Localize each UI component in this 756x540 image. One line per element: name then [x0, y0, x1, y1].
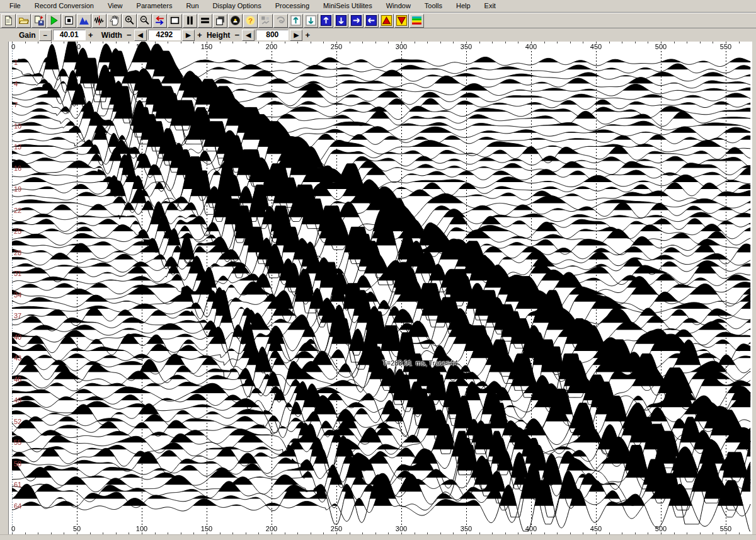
run-icon — [49, 15, 59, 26]
menu-exit[interactable]: Exit — [478, 1, 503, 11]
width-increase-button[interactable]: + — [196, 30, 203, 41]
swap-direction-button[interactable] — [152, 14, 167, 28]
zoom-out-icon — [139, 15, 150, 26]
folder-open-icon — [18, 15, 29, 26]
horizontal-bars-button[interactable] — [198, 14, 212, 28]
pan-hand-button[interactable] — [107, 14, 122, 28]
height-value[interactable]: 800 — [256, 30, 289, 40]
move-down-button[interactable] — [334, 14, 348, 28]
zoom-out-button[interactable] — [137, 14, 152, 28]
hbars-icon — [200, 15, 210, 26]
down-teal-icon — [306, 15, 316, 26]
down-blue-icon — [336, 15, 346, 26]
width-decrease-button[interactable]: − — [125, 30, 133, 41]
width-value[interactable]: 4292 — [148, 30, 181, 40]
save-convert-button[interactable] — [32, 14, 46, 28]
area-display-button[interactable] — [77, 14, 91, 28]
color-scale-button[interactable] — [410, 14, 424, 28]
open-record-button[interactable] — [16, 14, 31, 28]
svg-text:?: ? — [248, 16, 253, 25]
wiggle-display-button[interactable] — [92, 14, 106, 28]
gain-increase-button[interactable]: + — [87, 30, 94, 41]
tri-up-icon — [381, 15, 392, 26]
right-blue-icon — [351, 15, 362, 26]
zoom-in-icon — [124, 15, 135, 26]
gain-label: Gain — [16, 31, 38, 40]
height-label: Height — [204, 31, 232, 40]
amplitude-up-button[interactable] — [379, 14, 394, 28]
application-window: FileRecord ConversionViewParametersRunDi… — [0, 0, 756, 540]
rect-icon — [169, 15, 180, 26]
hand-icon — [109, 15, 120, 26]
menu-record-conversion[interactable]: Record Conversion — [28, 1, 101, 11]
toolbar: ? — [0, 13, 756, 28]
seismic-plot-area: T=283.91 ms, Trace=44 — [8, 42, 752, 534]
menu-run[interactable]: Run — [179, 1, 205, 11]
menu-bar: FileRecord ConversionViewParametersRunDi… — [0, 0, 756, 13]
save-convert-icon — [33, 15, 44, 26]
pause-button[interactable] — [183, 14, 197, 28]
process-disabled-button[interactable] — [258, 14, 273, 28]
swap-icon — [154, 15, 165, 26]
media-button[interactable] — [228, 14, 243, 28]
cascade-windows-button[interactable] — [213, 14, 227, 28]
height-increase-button[interactable]: + — [304, 30, 311, 41]
menu-miniseis-utilites[interactable]: MiniSeis Utilites — [316, 1, 379, 11]
stop-button[interactable] — [62, 14, 76, 28]
cursor-readout: T=283.91 ms, Trace=44 — [382, 359, 458, 367]
help-button[interactable]: ? — [243, 14, 258, 28]
menu-parameters[interactable]: Parameters — [130, 1, 180, 11]
width-step-back-button[interactable]: ◀ — [134, 30, 147, 41]
left-blue-icon — [366, 15, 377, 26]
doc-new-icon — [3, 15, 14, 26]
new-record-button[interactable] — [1, 14, 16, 28]
media-icon — [230, 15, 241, 26]
help-icon: ? — [245, 15, 256, 26]
menu-toolls[interactable]: Toolls — [418, 1, 449, 11]
run-button[interactable] — [47, 14, 61, 28]
cascade-icon — [215, 15, 226, 26]
print-dis-icon — [275, 15, 286, 26]
pause-icon — [185, 15, 195, 26]
menu-window[interactable]: Window — [379, 1, 418, 11]
wiggle-icon — [94, 15, 105, 26]
stop-icon — [64, 15, 74, 26]
colorbar-icon — [411, 15, 422, 26]
move-right-button[interactable] — [349, 14, 364, 28]
print-disabled-button[interactable] — [273, 14, 288, 28]
gain-decrease-button[interactable]: − — [39, 30, 52, 41]
menu-help[interactable]: Help — [449, 1, 478, 11]
up-blue-icon — [321, 15, 331, 26]
menu-processing[interactable]: Processing — [268, 1, 316, 11]
width-label: Width — [99, 31, 125, 40]
tri-down-icon — [396, 15, 407, 26]
proc-dis-icon — [260, 15, 271, 26]
seismic-canvas[interactable] — [9, 42, 752, 534]
rectangle-select-button[interactable] — [168, 14, 182, 28]
height-step-back-button[interactable]: ◀ — [242, 30, 255, 41]
move-left-button[interactable] — [364, 14, 379, 28]
menu-view[interactable]: View — [101, 1, 130, 11]
width-step-forward-button[interactable]: ▶ — [182, 30, 195, 41]
menu-display-options[interactable]: Display Options — [206, 1, 268, 11]
status-strip — [0, 534, 756, 540]
gain-value[interactable]: 40.01 — [53, 30, 86, 40]
scroll-down-teal-button[interactable] — [304, 14, 318, 28]
zoom-in-button[interactable] — [122, 14, 137, 28]
hist-icon — [79, 15, 89, 26]
height-step-forward-button[interactable]: ▶ — [290, 30, 302, 41]
amplitude-down-button[interactable] — [394, 14, 409, 28]
control-bar: Gain − 40.01 + Width − ◀ 4292 ▶ + Height… — [0, 28, 756, 42]
menu-file[interactable]: File — [3, 1, 28, 11]
height-decrease-button[interactable]: − — [233, 30, 241, 41]
up-teal-icon — [290, 15, 301, 26]
scroll-up-teal-button[interactable] — [289, 14, 303, 28]
move-up-button[interactable] — [319, 14, 333, 28]
